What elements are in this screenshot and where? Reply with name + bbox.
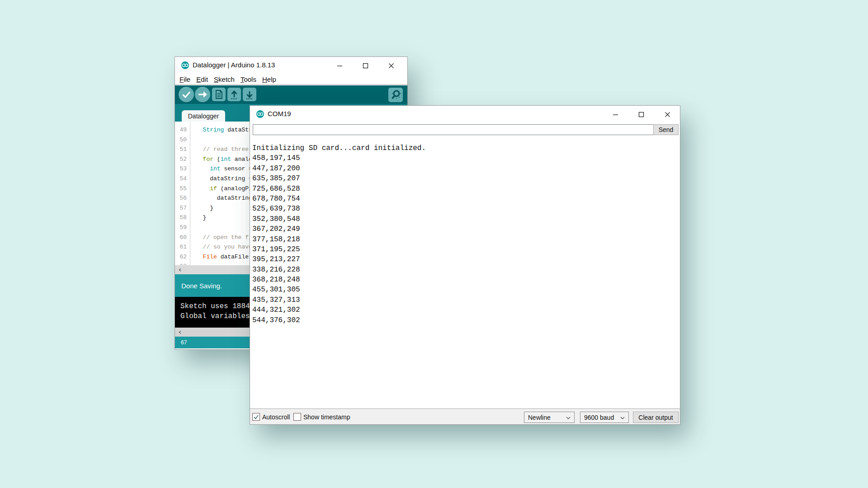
chevron-down-icon <box>620 417 625 419</box>
serial-output-line: 544,376,302 <box>252 315 680 325</box>
serial-output-line: 352,380,548 <box>252 214 680 224</box>
desktop: Datalogger | Arduino 1.8.13 FileEditSket… <box>0 0 868 488</box>
line-number: 51 <box>175 145 190 155</box>
tab-label: Datalogger <box>188 113 219 120</box>
new-sketch-icon[interactable] <box>212 88 226 101</box>
close-icon <box>665 112 670 117</box>
line-number-gutter: 495051525354555657585960616263 <box>175 122 190 265</box>
serial-output-line: 377,158,218 <box>252 235 680 244</box>
open-icon[interactable] <box>227 88 241 101</box>
line-number: 53 <box>175 164 190 174</box>
serial-maximize-button[interactable] <box>636 109 646 120</box>
serial-close-button[interactable] <box>662 109 673 120</box>
ide-minimize-button[interactable] <box>334 60 345 71</box>
line-number: 63 <box>175 262 190 265</box>
serial-bottom-bar: Autoscroll Show timestamp Newline 9600 b… <box>250 408 680 424</box>
serial-output-line: 455,301,305 <box>252 285 680 295</box>
clear-output-button[interactable]: Clear output <box>633 412 679 423</box>
menu-help[interactable]: Help <box>262 75 276 83</box>
line-number: 54 <box>175 174 190 184</box>
line-ending-select[interactable]: Newline <box>524 412 575 423</box>
line-number: 57 <box>175 203 190 213</box>
serial-monitor-window: COM19 Send Initializing SD card...card i… <box>250 105 680 425</box>
line-number: 55 <box>175 184 190 194</box>
save-icon[interactable] <box>243 88 256 101</box>
line-number: 58 <box>175 213 190 223</box>
check-icon <box>253 414 259 420</box>
serial-output-line: 435,327,313 <box>252 295 680 305</box>
line-number: 50 <box>175 135 190 145</box>
verify-icon[interactable] <box>179 87 194 102</box>
ide-toolbar <box>175 85 407 104</box>
line-ending-value: Newline <box>528 414 551 421</box>
left-chevron-icon[interactable]: ‹ <box>175 265 185 274</box>
menu-file[interactable]: File <box>179 75 190 83</box>
serial-output: Initializing SD card...card initialized.… <box>250 137 680 408</box>
close-icon <box>388 63 394 69</box>
line-number: 61 <box>175 242 190 252</box>
serial-output-line: 458,197,145 <box>252 153 680 163</box>
serial-output-line: 368,218,248 <box>252 275 680 285</box>
clear-output-label: Clear output <box>638 414 673 421</box>
minimize-icon <box>613 112 618 117</box>
serial-input[interactable] <box>253 124 654 135</box>
show-timestamp-checkbox[interactable] <box>293 413 301 421</box>
menu-sketch[interactable]: Sketch <box>214 75 235 83</box>
autoscroll-label: Autoscroll <box>262 413 290 421</box>
serial-monitor-icon[interactable] <box>388 88 403 102</box>
serial-output-line: 447,187,200 <box>252 164 680 174</box>
serial-output-line: 678,780,754 <box>252 194 680 204</box>
serial-output-line: 395,213,227 <box>252 254 680 264</box>
ide-menubar: FileEditSketchToolsHelp <box>175 74 407 85</box>
ide-window-title: Datalogger | Arduino 1.8.13 <box>193 61 275 69</box>
line-number: 52 <box>175 155 190 164</box>
chevron-down-icon <box>566 417 571 419</box>
arduino-infinity-icon <box>181 61 189 69</box>
status-message: Done Saving. <box>181 282 222 290</box>
serial-send-row: Send <box>250 122 680 137</box>
ide-close-button[interactable] <box>386 60 396 71</box>
send-button[interactable]: Send <box>653 124 679 135</box>
serial-output-line: 371,195,225 <box>252 244 680 254</box>
maximize-icon <box>638 112 644 117</box>
menu-edit[interactable]: Edit <box>196 75 208 83</box>
arduino-infinity-icon <box>256 110 264 118</box>
serial-minimize-button[interactable] <box>610 109 621 120</box>
baud-rate-select[interactable]: 9600 baud <box>580 412 629 423</box>
line-number: 49 <box>175 125 190 135</box>
line-number: 59 <box>175 223 190 233</box>
autoscroll-checkbox[interactable] <box>252 413 260 421</box>
line-number: 62 <box>175 252 190 262</box>
current-line-number: 67 <box>181 339 187 346</box>
upload-icon[interactable] <box>195 87 210 102</box>
maximize-icon <box>363 63 368 69</box>
serial-output-line: 635,385,207 <box>252 174 680 183</box>
serial-output-line: Initializing SD card...card initialized. <box>252 143 680 153</box>
minimize-icon <box>337 63 343 69</box>
ide-maximize-button[interactable] <box>360 60 371 71</box>
ide-titlebar[interactable]: Datalogger | Arduino 1.8.13 <box>175 57 407 74</box>
line-number: 60 <box>175 233 190 243</box>
line-number: 56 <box>175 193 190 203</box>
serial-window-title: COM19 <box>268 110 291 117</box>
serial-output-line: 367,202,249 <box>252 224 680 234</box>
serial-titlebar[interactable]: COM19 <box>250 106 680 122</box>
baud-rate-value: 9600 baud <box>584 414 614 421</box>
left-chevron-icon[interactable]: ‹ <box>175 328 185 337</box>
send-button-label: Send <box>659 126 674 133</box>
tab-datalogger[interactable]: Datalogger <box>182 110 225 122</box>
menu-tools[interactable]: Tools <box>241 75 256 83</box>
show-timestamp-label: Show timestamp <box>303 413 350 421</box>
serial-output-line: 338,216,228 <box>252 265 680 275</box>
serial-output-line: 725,686,528 <box>252 184 680 194</box>
serial-output-line: 525,639,738 <box>252 204 680 214</box>
serial-output-line: 444,321,302 <box>252 305 680 315</box>
